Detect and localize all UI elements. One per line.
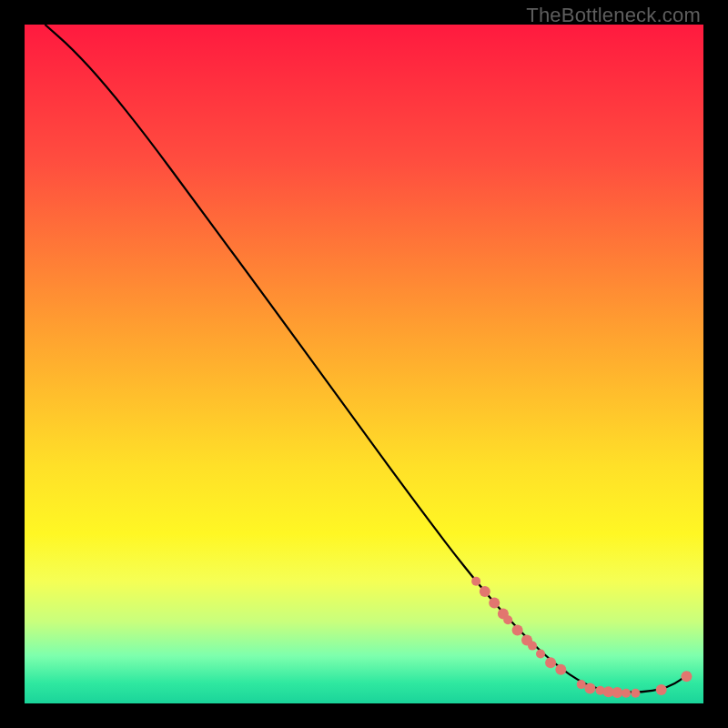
- gradient-background: [25, 25, 703, 703]
- data-marker: [631, 689, 640, 698]
- data-marker: [577, 680, 586, 689]
- data-marker: [656, 684, 667, 695]
- plot-area: [25, 25, 703, 703]
- data-marker: [536, 650, 545, 659]
- data-marker: [503, 615, 512, 624]
- data-marker: [480, 586, 490, 597]
- data-marker: [681, 671, 692, 682]
- data-marker: [622, 689, 631, 698]
- chart-frame: TheBottleneck.com: [0, 0, 728, 728]
- data-marker: [584, 683, 595, 694]
- chart-svg: [25, 25, 703, 703]
- data-marker: [555, 664, 566, 675]
- data-marker: [512, 624, 523, 635]
- data-marker: [489, 598, 500, 609]
- data-marker: [471, 577, 480, 586]
- data-marker: [545, 657, 556, 668]
- data-marker: [612, 687, 622, 698]
- data-marker: [528, 642, 537, 651]
